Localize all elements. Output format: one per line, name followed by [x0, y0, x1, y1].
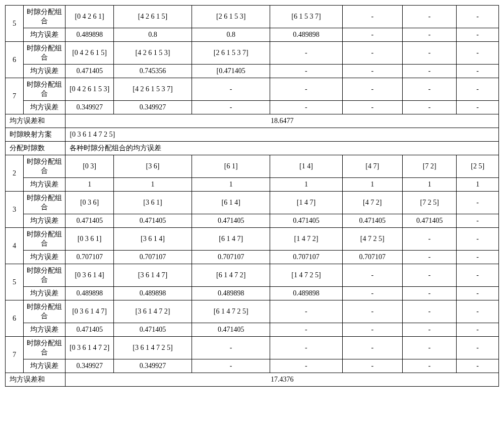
cell: -	[270, 359, 342, 373]
cell: -	[457, 28, 499, 42]
cell: 0.471405	[113, 214, 192, 228]
cell: -	[457, 337, 499, 359]
cell: [2 6 1 5 3 7]	[192, 42, 270, 65]
row-index: 5	[6, 264, 24, 300]
cell: [0 3 6 1 4 7]	[66, 300, 114, 323]
cell: -	[342, 6, 402, 28]
cell: -	[402, 101, 456, 114]
mse-of-combos-label: 各种时隙分配组合的均方误差	[66, 142, 499, 155]
cell: 1	[270, 178, 342, 192]
row-label-mse: 均方误差	[23, 251, 66, 264]
cell: [1 4 7 2 5]	[270, 264, 342, 287]
cell: 0.471405	[402, 214, 456, 228]
cell: 0.471405	[66, 65, 114, 78]
cell: [0.471405	[192, 65, 270, 78]
cell: [4 7 2 5]	[342, 228, 402, 251]
cell: -	[457, 264, 499, 287]
table-row: 2 时隙分配组合 [0 3] [3 6] [6 1] [1 4] [4 7] […	[6, 155, 499, 178]
cell: -	[342, 359, 402, 373]
cell: -	[402, 251, 456, 264]
cell: -	[402, 6, 456, 28]
cell: [0 3 6 1 4]	[66, 264, 114, 287]
cell: 0.471405	[192, 323, 270, 337]
cell: 1	[402, 178, 456, 192]
cell: -	[402, 323, 456, 337]
cell: -	[270, 337, 342, 359]
cell: -	[342, 287, 402, 300]
cell: 0.349927	[66, 101, 114, 114]
mapping-row: 时隙映射方案 [0 3 6 1 4 7 2 5]	[6, 128, 499, 142]
cell: 0.489898	[270, 28, 342, 42]
cell: [1 4]	[270, 155, 342, 178]
cell: [1 4 7]	[270, 192, 342, 214]
row-index: 2	[6, 155, 24, 192]
cell: [6 1 4]	[192, 192, 270, 214]
alloc-count-label: 分配时隙数	[6, 142, 66, 155]
mse-sum-label: 均方误差和	[6, 114, 66, 128]
cell: -	[457, 101, 499, 114]
cell: [0 4 2 6 1 5 3]	[66, 78, 114, 101]
cell: -	[457, 6, 499, 28]
mse-sum-value: 18.6477	[66, 114, 499, 128]
cell: [3 6 1 4]	[113, 228, 192, 251]
table-row: 7 时隙分配组合 [0 4 2 6 1 5 3] [4 2 6 1 5 3 7]…	[6, 78, 499, 101]
cell: 1	[192, 178, 270, 192]
cell: 0.471405	[192, 214, 270, 228]
cell: -	[457, 214, 499, 228]
table-row: 均方误差 1 1 1 1 1 1 1	[6, 178, 499, 192]
cell: -	[402, 28, 456, 42]
cell: -	[457, 65, 499, 78]
table-row: 5 时隙分配组合 [0 4 2 6 1] [4 2 6 1 5] [2 6 1 …	[6, 6, 499, 28]
cell: 0.489898	[66, 28, 114, 42]
cell: -	[402, 300, 456, 323]
cell: -	[457, 323, 499, 337]
table-row: 4 时隙分配组合 [0 3 6 1] [3 6 1 4] [6 1 4 7] […	[6, 228, 499, 251]
row-label-combo: 时隙分配组合	[23, 300, 66, 323]
table-row: 3 时隙分配组合 [0 3 6] [3 6 1] [6 1 4] [1 4 7]…	[6, 192, 499, 214]
cell: 0.471405	[66, 323, 114, 337]
cell: [2 6 1 5 3]	[192, 6, 270, 28]
cell: -	[402, 264, 456, 287]
cell: 0.489898	[66, 287, 114, 300]
cell: 0.471405	[270, 214, 342, 228]
row-label-mse: 均方误差	[23, 28, 66, 42]
row-label-combo: 时隙分配组合	[23, 42, 66, 65]
table-row: 均方误差 0.489898 0.489898 0.489898 0.489898…	[6, 287, 499, 300]
cell: -	[270, 65, 342, 78]
row-index: 6	[6, 42, 24, 78]
row-label-combo: 时隙分配组合	[23, 6, 66, 28]
cell: -	[402, 65, 456, 78]
mse-sum-label: 均方误差和	[6, 373, 66, 387]
cell: -	[402, 228, 456, 251]
cell: [3 6 1]	[113, 192, 192, 214]
cell: [2 5]	[457, 155, 499, 178]
row-label-combo: 时隙分配组合	[23, 155, 66, 178]
cell: -	[342, 337, 402, 359]
cell: [4 2 6 1 5]	[113, 6, 192, 28]
cell: -	[457, 42, 499, 65]
cell: [4 2 6 1 5 3 7]	[113, 78, 192, 101]
row-label-combo: 时隙分配组合	[23, 78, 66, 101]
cell: 0.471405	[113, 323, 192, 337]
mapping-label: 时隙映射方案	[6, 128, 66, 142]
cell: 0.8	[113, 28, 192, 42]
cell: 0.707107	[270, 251, 342, 264]
row-index: 3	[6, 192, 24, 228]
cell: -	[402, 359, 456, 373]
cell: -	[192, 101, 270, 114]
cell: 0.489898	[270, 287, 342, 300]
table-row: 均方误差 0.349927 0.349927 - - - - -	[6, 359, 499, 373]
cell: -	[457, 300, 499, 323]
cell: -	[270, 78, 342, 101]
cell: [4 7 2]	[342, 192, 402, 214]
cell: [3 6 1 4 7 2]	[113, 300, 192, 323]
data-table: 5 时隙分配组合 [0 4 2 6 1] [4 2 6 1 5] [2 6 1 …	[5, 5, 499, 387]
cell: -	[342, 323, 402, 337]
cell: -	[457, 192, 499, 214]
row-label-mse: 均方误差	[23, 287, 66, 300]
cell: 0.707107	[342, 251, 402, 264]
cell: -	[402, 42, 456, 65]
mse-sum-row: 均方误差和 17.4376	[6, 373, 499, 387]
cell: -	[457, 228, 499, 251]
cell: -	[270, 323, 342, 337]
